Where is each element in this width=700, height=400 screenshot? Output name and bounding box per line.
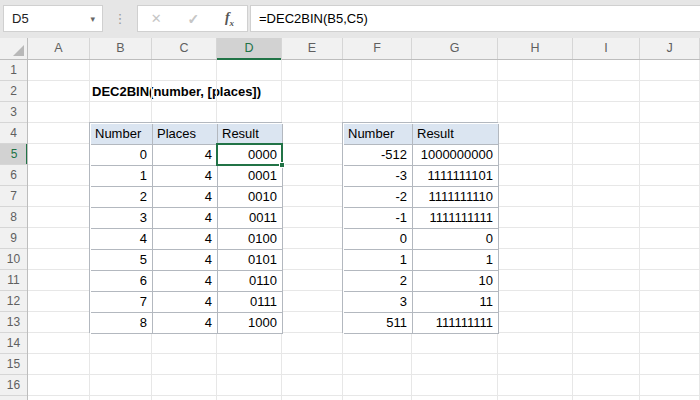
table-cell[interactable]: 4 bbox=[153, 250, 218, 271]
row-header-10[interactable]: 10 bbox=[0, 249, 27, 270]
table-cell[interactable]: 7 bbox=[91, 292, 153, 313]
dec2bin-range-table: NumberResult-5121000000000-31111111101-2… bbox=[342, 122, 498, 333]
column-header-e[interactable]: E bbox=[282, 38, 343, 59]
column-header-h[interactable]: H bbox=[498, 38, 573, 59]
gridline-horizontal bbox=[28, 374, 700, 375]
row-header-4[interactable]: 4 bbox=[0, 123, 27, 144]
row-header-9[interactable]: 9 bbox=[0, 228, 27, 249]
column-header-j[interactable]: J bbox=[640, 38, 700, 59]
column-header-c[interactable]: C bbox=[152, 38, 217, 59]
table-cell[interactable]: 1 bbox=[413, 250, 499, 271]
table-header-cell[interactable]: Number bbox=[344, 124, 413, 145]
table-cell[interactable]: 1 bbox=[91, 166, 153, 187]
row-headers: 1234567891011121314151617 bbox=[0, 60, 28, 400]
select-all-triangle-icon bbox=[13, 45, 24, 56]
row-header-1[interactable]: 1 bbox=[0, 60, 27, 81]
row-header-8[interactable]: 8 bbox=[0, 207, 27, 228]
table-cell[interactable]: 111111111 bbox=[413, 313, 499, 334]
table-cell[interactable]: 4 bbox=[153, 271, 218, 292]
table-cell[interactable]: 0 bbox=[344, 229, 413, 250]
name-box[interactable]: D5 ▾ bbox=[3, 5, 103, 32]
row-header-15[interactable]: 15 bbox=[0, 354, 27, 375]
table-cell[interactable]: 10 bbox=[413, 271, 499, 292]
table-cell[interactable]: 4 bbox=[91, 229, 153, 250]
table-cell[interactable]: 0 bbox=[91, 145, 153, 166]
formula-input[interactable]: =DEC2BIN(B5,C5) bbox=[250, 5, 700, 32]
table-cell[interactable]: 1000000000 bbox=[413, 145, 499, 166]
table-cell[interactable]: 1111111111 bbox=[413, 208, 499, 229]
row-header-7[interactable]: 7 bbox=[0, 186, 27, 207]
table-cell[interactable]: 3 bbox=[344, 292, 413, 313]
table-cell[interactable]: 4 bbox=[153, 313, 218, 334]
dec2bin-places-table: NumberPlacesResult0400001400012400103400… bbox=[89, 122, 282, 333]
gridline-horizontal bbox=[28, 101, 700, 102]
table-cell[interactable]: 0110 bbox=[218, 271, 283, 292]
table-cell[interactable]: 1111111101 bbox=[413, 166, 499, 187]
table-header-cell[interactable]: Places bbox=[153, 124, 218, 145]
cancel-icon[interactable]: ✕ bbox=[151, 11, 162, 26]
table-cell[interactable]: 0011 bbox=[218, 208, 283, 229]
table-cell[interactable]: 1111111110 bbox=[413, 187, 499, 208]
drag-handle-icon: ⋮ bbox=[113, 5, 127, 32]
column-header-d[interactable]: D bbox=[217, 38, 282, 60]
column-header-b[interactable]: B bbox=[90, 38, 152, 59]
chevron-down-icon[interactable]: ▾ bbox=[90, 14, 102, 24]
table-cell[interactable]: 2 bbox=[344, 271, 413, 292]
table-cell[interactable]: 11 bbox=[413, 292, 499, 313]
table-cell[interactable]: -3 bbox=[344, 166, 413, 187]
table-cell[interactable]: 511 bbox=[344, 313, 413, 334]
table-cell[interactable]: 1 bbox=[344, 250, 413, 271]
row-header-5[interactable]: 5 bbox=[0, 144, 28, 165]
name-box-value: D5 bbox=[4, 11, 90, 26]
table-cell[interactable]: 4 bbox=[153, 208, 218, 229]
row-header-13[interactable]: 13 bbox=[0, 312, 27, 333]
row-header-3[interactable]: 3 bbox=[0, 102, 27, 123]
table-cell[interactable]: 4 bbox=[153, 166, 218, 187]
column-header-i[interactable]: I bbox=[573, 38, 640, 59]
row-header-12[interactable]: 12 bbox=[0, 291, 27, 312]
table-cell[interactable]: 0 bbox=[413, 229, 499, 250]
table-cell[interactable]: 4 bbox=[153, 292, 218, 313]
row-header-14[interactable]: 14 bbox=[0, 333, 27, 354]
table-cell[interactable]: 0101 bbox=[218, 250, 283, 271]
table-header-cell[interactable]: Result bbox=[413, 124, 499, 145]
sheet-grid[interactable]: DEC2BIN(number, [places]) NumberPlacesRe… bbox=[28, 60, 700, 400]
table-cell[interactable]: 1000 bbox=[218, 313, 283, 334]
table-cell[interactable]: -1 bbox=[344, 208, 413, 229]
column-header-a[interactable]: A bbox=[28, 38, 90, 59]
table-cell[interactable]: 4 bbox=[153, 187, 218, 208]
table-cell[interactable]: 4 bbox=[153, 145, 218, 166]
table-cell[interactable]: -2 bbox=[344, 187, 413, 208]
select-all-button[interactable] bbox=[0, 38, 28, 60]
enter-icon[interactable]: ✓ bbox=[187, 11, 199, 27]
gridline-vertical bbox=[572, 60, 573, 400]
gridline-horizontal bbox=[28, 80, 700, 81]
column-header-f[interactable]: F bbox=[343, 38, 412, 59]
formula-bar-area: D5 ▾ ⋮ ✕ ✓ fx =DEC2BIN(B5,C5) bbox=[0, 0, 700, 38]
table-cell[interactable]: 0001 bbox=[218, 166, 283, 187]
table-cell[interactable]: 5 bbox=[91, 250, 153, 271]
row-header-2[interactable]: 2 bbox=[0, 81, 27, 102]
table-cell[interactable]: 3 bbox=[91, 208, 153, 229]
column-header-g[interactable]: G bbox=[412, 38, 498, 59]
gridline-vertical bbox=[639, 60, 640, 400]
formula-text: =DEC2BIN(B5,C5) bbox=[251, 11, 368, 26]
table-cell[interactable]: 0000 bbox=[218, 145, 283, 166]
table-cell[interactable]: 0100 bbox=[218, 229, 283, 250]
table-cell[interactable]: -512 bbox=[344, 145, 413, 166]
row-header-6[interactable]: 6 bbox=[0, 165, 27, 186]
gridline-horizontal bbox=[28, 395, 700, 396]
row-header-11[interactable]: 11 bbox=[0, 270, 27, 291]
table-cell[interactable]: 8 bbox=[91, 313, 153, 334]
cell-b2-title[interactable]: DEC2BIN(number, [places]) bbox=[92, 81, 261, 102]
table-header-cell[interactable]: Result bbox=[218, 124, 283, 145]
table-cell[interactable]: 2 bbox=[91, 187, 153, 208]
row-header-16[interactable]: 16 bbox=[0, 375, 27, 396]
insert-function-icon[interactable]: fx bbox=[225, 10, 234, 28]
table-cell[interactable]: 6 bbox=[91, 271, 153, 292]
table-header-cell[interactable]: Number bbox=[91, 124, 153, 145]
table-cell[interactable]: 4 bbox=[153, 229, 218, 250]
table-cell[interactable]: 0010 bbox=[218, 187, 283, 208]
table-cell[interactable]: 0111 bbox=[218, 292, 283, 313]
row-header-17[interactable]: 17 bbox=[0, 396, 27, 400]
